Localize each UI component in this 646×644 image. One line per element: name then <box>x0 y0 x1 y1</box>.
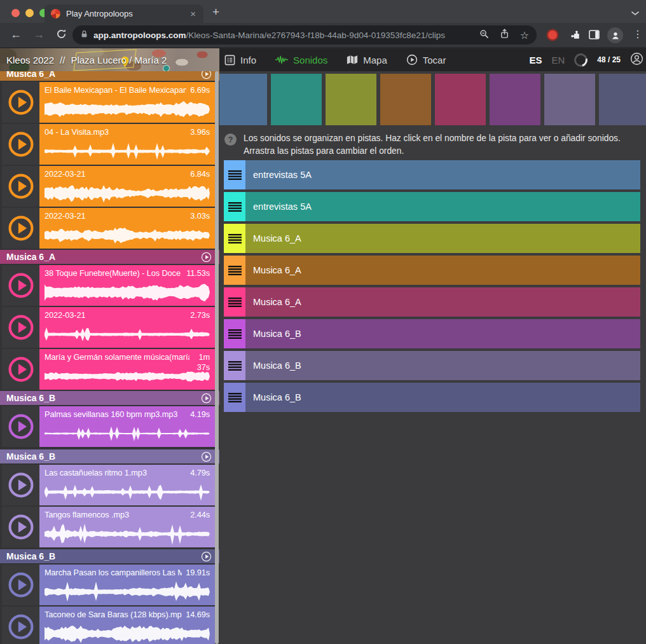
clip-play-button[interactable] <box>2 166 39 207</box>
tab-tocar[interactable]: Tocar <box>406 54 446 65</box>
track-row[interactable]: Musica 6_B <box>224 383 640 412</box>
track-color-swatch[interactable] <box>271 74 322 125</box>
track-drag-handle[interactable] <box>224 383 245 412</box>
track-color-swatch[interactable] <box>435 74 486 125</box>
track-name-bar[interactable]: Musica 6_B <box>245 351 640 380</box>
clip-play-button[interactable] <box>2 124 39 165</box>
bookmark-star-icon[interactable]: ☆ <box>520 29 529 41</box>
track-drag-handle[interactable] <box>224 160 245 189</box>
macos-minimize-button[interactable] <box>25 9 34 17</box>
section-play-icon[interactable] <box>201 451 212 462</box>
section-play-icon[interactable] <box>201 252 212 263</box>
clip-waveform-card[interactable]: 2022-03-213.03s <box>39 208 215 249</box>
account-icon[interactable] <box>630 52 643 68</box>
clip-waveform-card[interactable]: Palmas sevillanas 160 bpm mp3.mp34.19s <box>39 406 215 447</box>
map-thumbnail[interactable]: Kleos 2022 // Plaza Lucero / María 2 <box>0 48 219 71</box>
lang-en-button[interactable]: EN <box>551 55 565 65</box>
tab-search-chevron-icon[interactable] <box>631 8 640 19</box>
lock-icon[interactable] <box>80 29 88 41</box>
clip-waveform <box>45 323 210 346</box>
browser-tab[interactable]: Play Antropoloops × <box>45 4 203 23</box>
track-drag-handle[interactable] <box>224 319 245 348</box>
track-row[interactable]: Musica 6_A <box>224 256 640 285</box>
clip-waveform <box>45 422 210 445</box>
clip-waveform-card[interactable]: María y Germán solamente música(maría 2.… <box>39 349 215 390</box>
track-name-bar[interactable]: Musica 6_B <box>245 319 640 348</box>
share-icon[interactable] <box>500 29 509 41</box>
clip-waveform-card[interactable]: 04 - La Visita.mp33.96s <box>39 124 215 165</box>
extensions-puzzle-icon[interactable] <box>569 29 581 43</box>
clip-waveform-card[interactable]: 2022-03-216.84s <box>39 166 215 207</box>
track-name-bar[interactable]: Musica 6_A <box>245 224 640 253</box>
side-panel-icon[interactable] <box>589 30 600 42</box>
clip-waveform-card[interactable]: Marcha Pasan los campanilleros Las Mejor… <box>39 565 215 605</box>
track-row[interactable]: Musica 6_A <box>224 287 640 317</box>
section-play-icon[interactable] <box>201 551 212 562</box>
clip-play-button[interactable] <box>2 565 39 605</box>
clip-play-button[interactable] <box>2 606 39 644</box>
track-color-swatch[interactable] <box>490 74 540 125</box>
track-row[interactable]: Musica 6_B <box>224 319 640 348</box>
track-name-bar[interactable]: Musica 6_B <box>245 383 640 412</box>
clip-waveform-card[interactable]: 38 Toque Funebre(Muerte) - Los Doce Par.… <box>39 265 215 306</box>
clip-waveform-card[interactable]: 2022-03-212.73s <box>39 307 215 348</box>
clip-play-button[interactable] <box>2 265 39 306</box>
address-bar[interactable]: app.antropoloops.com/Kleos-Santa-Marina/… <box>72 25 537 45</box>
track-color-swatch[interactable] <box>380 74 431 125</box>
clip-play-button[interactable] <box>2 406 39 447</box>
track-row[interactable]: entrevistas 5A <box>224 192 640 221</box>
forward-button[interactable]: → <box>33 28 45 41</box>
clip-play-button[interactable] <box>2 465 39 505</box>
track-row[interactable]: Musica 6_A <box>224 224 640 253</box>
browser-menu-icon[interactable]: ⋮ <box>633 28 643 40</box>
breadcrumb-project[interactable]: Kleos 2022 <box>6 55 54 65</box>
track-color-swatch[interactable] <box>599 74 646 125</box>
lang-es-button[interactable]: ES <box>529 55 542 65</box>
tab-mapa[interactable]: Mapa <box>347 55 387 65</box>
track-drag-handle[interactable] <box>224 256 245 285</box>
clip-waveform-card[interactable]: Las castañuelas ritmo 1.mp34.79s <box>39 465 215 505</box>
zoom-icon[interactable] <box>479 29 489 41</box>
record-indicator-icon[interactable] <box>548 31 557 39</box>
track-name-bar[interactable]: entrevistas 5A <box>245 192 640 221</box>
track-color-swatch[interactable] <box>544 74 595 125</box>
track-section-header[interactable]: Musica 6_A <box>0 71 219 81</box>
section-play-icon[interactable] <box>201 393 212 404</box>
reload-button[interactable] <box>56 29 67 42</box>
clip-play-button[interactable] <box>2 82 39 123</box>
clip-waveform-card[interactable]: El Baile Mexicapan - El Baile Mexicapan.… <box>39 82 215 123</box>
clips-panel-scrollbar[interactable] <box>215 71 219 644</box>
track-section-header[interactable]: Musica 6_B <box>0 391 219 405</box>
track-drag-handle[interactable] <box>224 224 245 253</box>
macos-close-button[interactable] <box>11 9 20 17</box>
track-name-bar[interactable]: Musica 6_A <box>245 287 640 317</box>
clip-waveform-card[interactable]: Tangos flamencos .mp32.44s <box>39 507 215 547</box>
clip-play-button[interactable] <box>2 307 39 348</box>
track-section-header[interactable]: Musica 6_B <box>0 549 219 563</box>
track-color-swatch[interactable] <box>219 74 267 125</box>
track-section-header[interactable]: Musica 6_A <box>0 250 219 264</box>
back-button[interactable]: ← <box>10 28 22 41</box>
new-tab-button[interactable]: + <box>212 5 219 19</box>
track-row[interactable]: Musica 6_B <box>224 351 640 380</box>
tab-sonidos[interactable]: Sonidos <box>275 55 327 65</box>
track-drag-handle[interactable] <box>224 287 245 317</box>
profile-avatar[interactable] <box>607 27 623 43</box>
track-drag-handle[interactable] <box>224 192 245 221</box>
clip-waveform-card[interactable]: Taconeo de Sara Baras (128 kbps).mp314.6… <box>39 606 215 644</box>
tab-close-icon[interactable]: × <box>189 9 197 18</box>
clip-play-button[interactable] <box>2 349 39 390</box>
track-row[interactable]: entrevistas 5A <box>224 160 640 189</box>
track-section-header[interactable]: Musica 6_B <box>0 449 219 463</box>
clip-play-button[interactable] <box>2 507 39 547</box>
tab-info[interactable]: Info <box>224 55 256 65</box>
track-name-bar[interactable]: entrevistas 5A <box>245 160 640 189</box>
url-text[interactable]: app.antropoloops.com/Kleos-Santa-Marina/… <box>93 31 474 40</box>
track-name-bar[interactable]: Musica 6_A <box>245 256 640 285</box>
help-question-icon[interactable]: ? <box>224 134 237 146</box>
clip-play-button[interactable] <box>2 208 39 249</box>
track-color-swatch[interactable] <box>326 74 376 125</box>
breadcrumb-scene[interactable]: Plaza Lucero / María 2 <box>71 55 167 65</box>
section-play-icon[interactable] <box>201 71 212 79</box>
track-drag-handle[interactable] <box>224 351 245 380</box>
